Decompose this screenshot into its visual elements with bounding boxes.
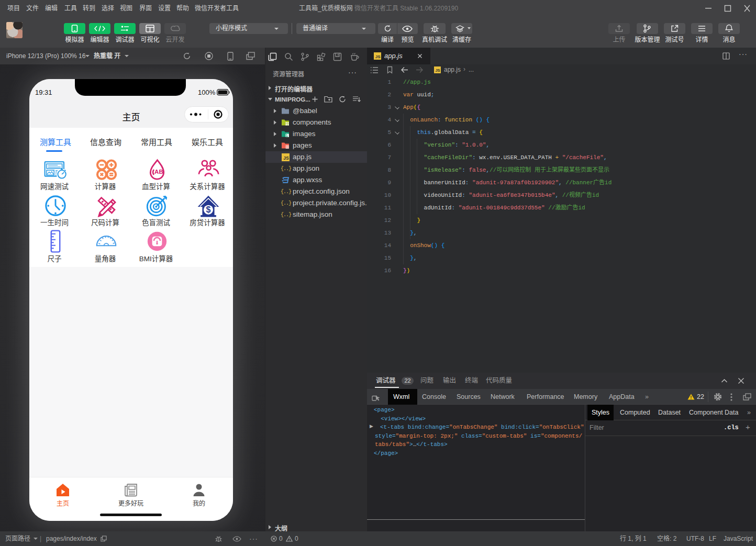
- svg-text:JS: JS: [375, 54, 381, 59]
- svg-text:JS: JS: [283, 155, 289, 161]
- svg-text:JS: JS: [435, 68, 440, 73]
- svg-text:AB: AB: [154, 169, 163, 175]
- svg-text:$: $: [206, 205, 211, 214]
